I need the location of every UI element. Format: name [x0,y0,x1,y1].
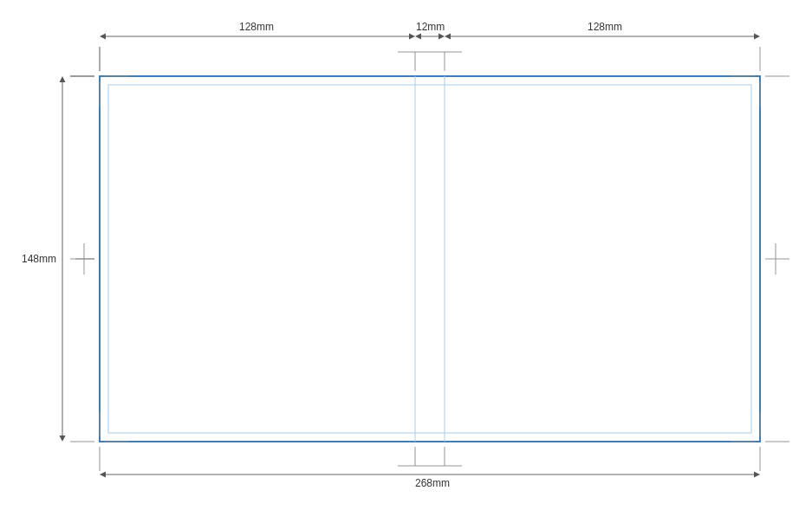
svg-marker-42 [445,34,451,40]
svg-marker-43 [754,34,760,40]
dim-label-spine: 12mm [416,21,445,33]
svg-marker-48 [60,76,66,82]
diagram-svg [0,0,812,510]
svg-marker-37 [409,34,415,40]
dim-label-total-width: 268mm [415,477,450,489]
dim-label-left-panel: 128mm [239,21,274,33]
svg-marker-36 [100,34,106,40]
dim-label-right-panel: 128mm [588,21,622,33]
svg-marker-40 [438,34,445,40]
svg-marker-45 [100,472,106,478]
svg-rect-1 [108,85,751,433]
svg-marker-49 [60,436,66,442]
svg-rect-0 [100,76,760,442]
dim-label-height: 148mm [22,253,56,265]
svg-marker-39 [415,34,421,40]
svg-marker-46 [754,472,760,478]
template-diagram: 128mm 12mm 128mm 148mm 268mm [0,0,812,510]
